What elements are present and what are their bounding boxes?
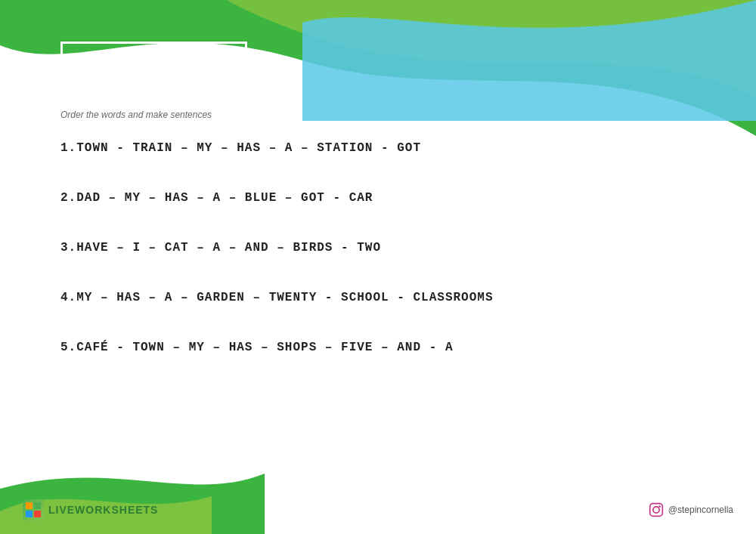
page-title: HAVE GOT: [93, 51, 215, 70]
title-box: HAVE GOT: [60, 42, 247, 81]
logo-text: LIVEWORKSHEETS: [48, 504, 158, 516]
instruction-text: Order the words and make sentences: [60, 110, 696, 120]
social-handle-text: @stepincornella: [668, 505, 733, 515]
sentence-text-1: 1.TOWN - TRAIN – MY – HAS – A – STATION …: [60, 141, 696, 155]
instagram-icon: [649, 502, 664, 517]
svg-rect-0: [26, 502, 33, 509]
sentence-text-5: 5.CAFÉ - TOWN – MY – HAS – SHOPS – FIVE …: [60, 341, 696, 354]
content-area: Order the words and make sentences 1.TOW…: [60, 110, 696, 390]
svg-rect-4: [649, 504, 662, 517]
sentence-text-4: 4.MY – HAS – A – GARDEN – TWENTY - SCHOO…: [60, 291, 696, 304]
svg-rect-1: [34, 502, 41, 509]
liveworksheets-icon: [23, 499, 44, 520]
title-container: HAVE GOT: [60, 42, 247, 81]
list-item: 2.DAD – MY – HAS – A – BLUE – GOT - CAR: [60, 191, 696, 205]
social-handle: @stepincornella: [649, 502, 733, 517]
sentence-text-3: 3.HAVE – I – CAT – A – AND – BIRDS - TWO: [60, 241, 696, 255]
svg-point-5: [653, 507, 659, 513]
svg-rect-2: [26, 511, 33, 517]
list-item: 1.TOWN - TRAIN – MY – HAS – A – STATION …: [60, 141, 696, 155]
sentence-text-2: 2.DAD – MY – HAS – A – BLUE – GOT - CAR: [60, 191, 696, 205]
footer-logo: LIVEWORKSHEETS: [23, 499, 158, 520]
svg-rect-3: [34, 511, 41, 517]
list-item: 4.MY – HAS – A – GARDEN – TWENTY - SCHOO…: [60, 291, 696, 304]
list-item: 3.HAVE – I – CAT – A – AND – BIRDS - TWO: [60, 241, 696, 255]
list-item: 5.CAFÉ - TOWN – MY – HAS – SHOPS – FIVE …: [60, 341, 696, 354]
svg-point-6: [658, 505, 661, 508]
